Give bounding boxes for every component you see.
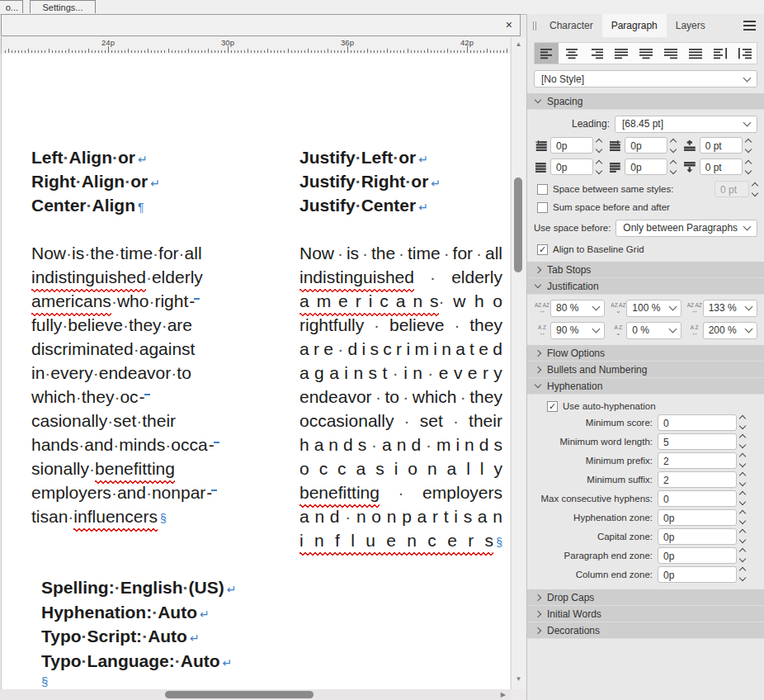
panel-drag-handle[interactable] [527, 14, 540, 37]
section-header-bullets-numbering[interactable]: Bullets and Numbering [527, 362, 764, 378]
word: or [411, 172, 428, 191]
letter-spacing-optimum-icon: A Z⌄ [610, 325, 626, 336]
justify-all-button[interactable] [683, 43, 707, 64]
space-after-field[interactable]: 0 pt [700, 158, 743, 175]
justify-last-center-button[interactable] [634, 43, 658, 64]
word: believe [389, 313, 445, 337]
minimum-score-field[interactable]: 0 [658, 414, 737, 431]
minimum-prefix-field[interactable]: 2 [658, 452, 737, 469]
stepper[interactable] [740, 454, 745, 466]
scroll-up-icon[interactable]: ▲ [512, 40, 526, 48]
chevron-down-icon [743, 73, 752, 82]
section-header-drop-caps[interactable]: Drop Caps [527, 589, 764, 606]
paragraph-end-zone-field[interactable]: 0p [658, 547, 737, 564]
indent-first-line-icon [534, 140, 548, 151]
line-end-hyphen: - [139, 387, 145, 406]
align-left-button[interactable] [535, 43, 559, 64]
hyphenation-zone-field[interactable]: 0p [658, 509, 737, 526]
stepper[interactable] [671, 161, 676, 173]
indent-left-field[interactable]: 0p [550, 158, 593, 175]
panel-menu-icon[interactable] [743, 21, 756, 31]
sum-space-checkbox[interactable] [537, 202, 548, 213]
text-segment: ·who [439, 289, 502, 313]
dialog-tab-settings[interactable]: Settings... [30, 0, 96, 13]
vertical-scrollbar[interactable]: ▲ ▼ [511, 37, 526, 689]
align-away-from-spine-button[interactable] [733, 43, 757, 64]
column-end-zone-field[interactable]: 0p [658, 566, 737, 583]
space-dot: · [375, 385, 381, 409]
align-right-button[interactable] [584, 43, 608, 64]
section-header-hyphenation[interactable]: Hyphenation [527, 378, 764, 395]
indent-first-line-field[interactable]: 0p [550, 137, 593, 154]
space-dot: · [162, 315, 167, 334]
section-header-decorations[interactable]: Decorations [527, 622, 764, 639]
word: endeavor [299, 385, 372, 409]
paragraph-style-select[interactable]: [No Style] [534, 70, 757, 88]
space-dot: · [134, 339, 139, 358]
word: Align [82, 172, 125, 191]
word-spacing-maximum-select[interactable]: 133 % [703, 300, 757, 317]
use-space-before-select[interactable]: Only between Paragraphs [615, 220, 757, 237]
section-header-initial-words[interactable]: Initial Words [527, 606, 764, 622]
indent-last-line-field[interactable]: 0p [625, 158, 667, 175]
stepper[interactable] [740, 530, 745, 542]
letter-spacing-optimum-select[interactable]: 0 % [626, 322, 681, 339]
stepper[interactable] [746, 161, 751, 173]
word-spacing-optimum-select[interactable]: 100 % [626, 300, 681, 317]
scroll-down-icon[interactable]: ▼ [512, 675, 526, 683]
stepper[interactable] [740, 435, 745, 447]
stepper[interactable] [740, 511, 745, 523]
dialog-tab-partial[interactable]: o... [0, 0, 23, 13]
letter-spacing-maximum-select[interactable]: 200 % [703, 322, 757, 339]
max-consecutive-hyphens-field[interactable]: 0 [658, 490, 737, 507]
stepper[interactable] [746, 140, 751, 152]
section-header-flow-options[interactable]: Flow Options [527, 345, 764, 362]
tab-character[interactable]: Character [540, 14, 602, 37]
stepper[interactable] [740, 492, 745, 504]
body-text-line: discriminated·against [31, 337, 266, 361]
word: Spelling: [41, 578, 115, 597]
leading-select[interactable]: [68.45 pt] [615, 116, 757, 133]
stepper[interactable] [740, 473, 745, 485]
section-header-spacing[interactable]: Spacing [527, 93, 764, 110]
close-icon[interactable]: × [506, 18, 512, 31]
word: Justify [299, 172, 356, 191]
horizontal-scrollbar[interactable]: ▶ [0, 689, 511, 700]
use-auto-hyphenation-checkbox[interactable]: ✓ [547, 401, 558, 412]
section-header-tab-stops[interactable]: Tab Stops [527, 262, 764, 278]
word-spacing-minimum-select[interactable]: 80 % [550, 300, 605, 317]
justify-last-right-button[interactable] [658, 43, 682, 64]
text-segment: ·elderly [146, 267, 203, 286]
align-towards-spine-button[interactable] [708, 43, 732, 64]
vertical-scroll-thumb[interactable] [514, 177, 522, 272]
minimum-word-length-field[interactable]: 5 [658, 433, 737, 450]
letter-spacing-minimum-select[interactable]: 90 % [550, 322, 605, 339]
stepper[interactable] [740, 416, 745, 428]
tab-paragraph[interactable]: Paragraph [602, 14, 667, 37]
space-dot: · [476, 241, 482, 265]
stepper[interactable] [597, 161, 601, 173]
stepper[interactable] [740, 549, 745, 561]
section-header-justification[interactable]: Justification [527, 278, 764, 295]
space-before-field[interactable]: 0 pt [700, 137, 743, 154]
indent-right-field[interactable]: 0p [625, 137, 667, 154]
document-canvas[interactable]: Left·Align·or↵Right·Align·or↵Center·Alig… [1, 54, 510, 689]
capital-zone-field[interactable]: 0p [658, 528, 737, 545]
stepper[interactable] [752, 183, 757, 196]
stepper[interactable] [671, 140, 676, 152]
stepper[interactable] [740, 568, 745, 580]
heading-line: Right·Align·or↵ [31, 169, 271, 193]
justify-last-left-button[interactable] [609, 43, 633, 64]
space-dot: · [399, 480, 404, 504]
word-spacing-minimum-icon: AZ AZ↔ [534, 303, 550, 314]
align-center-button[interactable] [559, 43, 583, 64]
tab-layers[interactable]: Layers [667, 14, 714, 37]
horizontal-scroll-thumb[interactable] [165, 691, 314, 698]
minimum-suffix-field[interactable]: 2 [658, 471, 737, 488]
space-between-same-styles-checkbox[interactable] [537, 184, 548, 195]
align-baseline-grid-checkbox[interactable]: ✓ [537, 244, 548, 255]
justification-field-group: A Z⌄0 % [610, 322, 681, 339]
word: Center [31, 196, 87, 215]
scroll-right-icon[interactable]: ▶ [501, 691, 506, 698]
stepper[interactable] [597, 140, 601, 152]
